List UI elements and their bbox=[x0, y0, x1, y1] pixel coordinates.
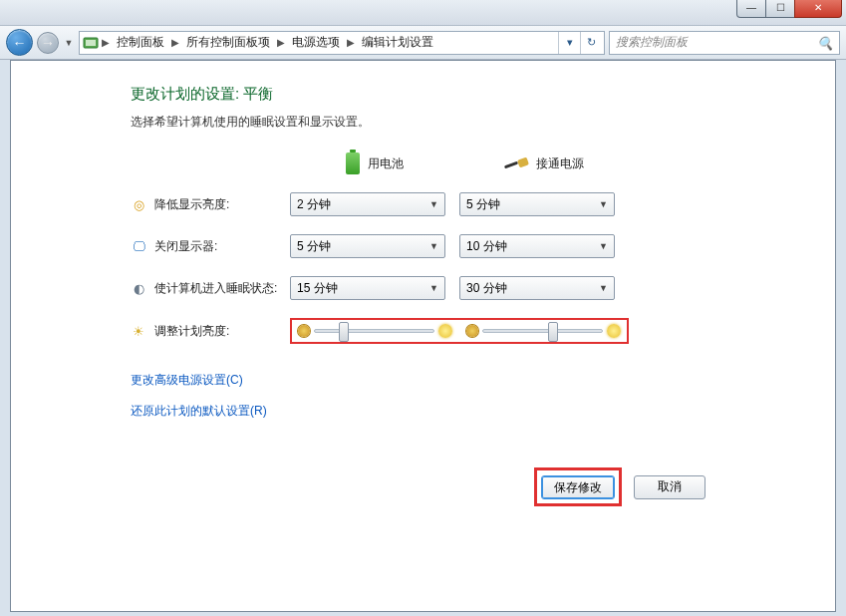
dim-battery-select[interactable]: 2 分钟 bbox=[290, 192, 445, 216]
dim-plugged-value: 5 分钟 bbox=[466, 196, 500, 213]
sleep-battery-select[interactable]: 15 分钟 bbox=[290, 276, 445, 300]
settings-grid: 用电池 接通电源 ◎ 降低显示亮度: 2 分钟 5 分钟 🖵 关闭显示器: 5 … bbox=[131, 153, 835, 344]
slider-thumb[interactable] bbox=[339, 322, 349, 342]
slider-track[interactable] bbox=[482, 329, 603, 333]
control-panel-icon bbox=[82, 34, 100, 52]
row-brightness-text: 调整计划亮度: bbox=[154, 323, 229, 340]
search-placeholder: 搜索控制面板 bbox=[616, 34, 688, 51]
restore-defaults-link[interactable]: 还原此计划的默认设置(R) bbox=[131, 403, 835, 420]
slider-thumb[interactable] bbox=[548, 322, 558, 342]
window-titlebar: — ☐ ✕ bbox=[0, 0, 846, 26]
column-header-battery-label: 用电池 bbox=[368, 155, 404, 172]
breadcrumb-edit-plan[interactable]: 编辑计划设置 bbox=[357, 32, 438, 54]
chevron-right-icon[interactable]: ▶ bbox=[169, 37, 181, 48]
slider-track[interactable] bbox=[314, 329, 434, 333]
brightness-sliders-highlight bbox=[290, 318, 629, 344]
off-battery-select[interactable]: 5 分钟 bbox=[290, 234, 445, 258]
row-off-label: 🖵 关闭显示器: bbox=[131, 238, 290, 255]
breadcrumb-root[interactable]: 控制面板 bbox=[112, 32, 169, 54]
off-plugged-value: 10 分钟 bbox=[466, 238, 507, 255]
breadcrumb-power-options[interactable]: 电源选项 bbox=[287, 32, 345, 54]
page-subtitle: 选择希望计算机使用的睡眠设置和显示设置。 bbox=[131, 114, 835, 131]
sleep-plugged-select[interactable]: 30 分钟 bbox=[459, 276, 615, 300]
chevron-right-icon[interactable]: ▶ bbox=[345, 37, 357, 48]
row-dim-label: ◎ 降低显示亮度: bbox=[131, 196, 290, 213]
search-icon: 🔍 bbox=[817, 36, 833, 51]
content-pane: 更改计划的设置: 平衡 选择希望计算机使用的睡眠设置和显示设置。 用电池 接通电… bbox=[10, 60, 836, 612]
search-input[interactable]: 搜索控制面板 🔍 bbox=[609, 31, 840, 55]
row-sleep-label: ◐ 使计算机进入睡眠状态: bbox=[131, 280, 290, 297]
address-bar[interactable]: ▶ 控制面板 ▶ 所有控制面板项 ▶ 电源选项 ▶ 编辑计划设置 ▾ ↻ bbox=[79, 31, 605, 55]
row-brightness-label: ☀ 调整计划亮度: bbox=[131, 323, 290, 340]
sun-dim-icon bbox=[466, 325, 478, 337]
cancel-button[interactable]: 取消 bbox=[634, 475, 705, 499]
dialog-buttons: 保存修改 取消 bbox=[534, 467, 705, 506]
save-button[interactable]: 保存修改 bbox=[541, 475, 615, 499]
battery-icon bbox=[346, 153, 360, 174]
sleep-plugged-value: 30 分钟 bbox=[466, 280, 507, 297]
minimize-button[interactable]: — bbox=[736, 0, 766, 18]
svg-rect-1 bbox=[86, 40, 96, 46]
row-sleep-text: 使计算机进入睡眠状态: bbox=[154, 280, 277, 297]
refresh-button[interactable]: ↻ bbox=[580, 32, 602, 54]
column-header-plugged-label: 接通电源 bbox=[536, 155, 584, 172]
chevron-right-icon[interactable]: ▶ bbox=[100, 37, 112, 48]
save-highlight-box: 保存修改 bbox=[534, 467, 622, 506]
sun-bright-icon bbox=[438, 324, 452, 338]
off-plugged-select[interactable]: 10 分钟 bbox=[459, 234, 615, 258]
address-dropdown[interactable]: ▾ bbox=[558, 32, 580, 54]
moon-icon: ◐ bbox=[131, 280, 146, 296]
close-button[interactable]: ✕ bbox=[794, 0, 842, 18]
advanced-settings-link[interactable]: 更改高级电源设置(C) bbox=[131, 372, 835, 389]
brightness-icon: ☀ bbox=[131, 323, 146, 339]
page-title: 更改计划的设置: 平衡 bbox=[131, 85, 835, 104]
explorer-navbar: ← → ▼ ▶ 控制面板 ▶ 所有控制面板项 ▶ 电源选项 ▶ 编辑计划设置 ▾… bbox=[0, 26, 846, 60]
sleep-battery-value: 15 分钟 bbox=[297, 280, 338, 297]
dim-plugged-select[interactable]: 5 分钟 bbox=[459, 192, 615, 216]
sun-dim-icon: ◎ bbox=[131, 196, 146, 212]
brightness-battery-slider[interactable] bbox=[298, 324, 452, 338]
row-off-text: 关闭显示器: bbox=[154, 238, 217, 255]
monitor-icon: 🖵 bbox=[131, 238, 146, 254]
dim-battery-value: 2 分钟 bbox=[297, 196, 331, 213]
sun-bright-icon bbox=[607, 324, 621, 338]
maximize-button[interactable]: ☐ bbox=[765, 0, 795, 18]
forward-button[interactable]: → bbox=[37, 32, 59, 54]
history-dropdown[interactable]: ▼ bbox=[63, 33, 75, 53]
sun-dim-icon bbox=[298, 325, 310, 337]
column-header-battery: 用电池 bbox=[290, 153, 459, 174]
off-battery-value: 5 分钟 bbox=[297, 238, 331, 255]
brightness-plugged-slider[interactable] bbox=[466, 324, 621, 338]
chevron-right-icon[interactable]: ▶ bbox=[275, 37, 287, 48]
column-header-plugged: 接通电源 bbox=[459, 155, 629, 172]
plug-icon bbox=[504, 156, 528, 170]
row-dim-text: 降低显示亮度: bbox=[154, 196, 229, 213]
back-button[interactable]: ← bbox=[6, 29, 33, 56]
breadcrumb-all-items[interactable]: 所有控制面板项 bbox=[181, 32, 275, 54]
